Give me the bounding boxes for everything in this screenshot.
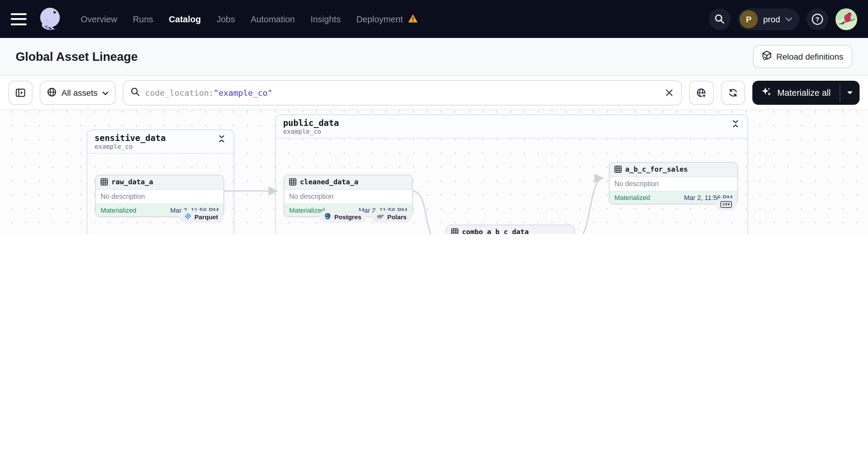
menu-icon[interactable] [11,13,27,25]
asset-name: cleaned_data_a [300,178,359,186]
dagster-app: Overview Runs Catalog Jobs Automation In… [0,0,868,234]
asset-filter-label: All assets [61,88,98,98]
tag-label: Polars [387,213,407,220]
parquet-icon [184,213,191,221]
kind-tag-parquet[interactable]: Parquet [180,211,223,223]
refresh-icon [728,88,738,98]
globe-add-icon [696,88,707,98]
asset-description: No description [284,190,412,204]
panel-toggle-button[interactable] [8,81,33,105]
reload-definitions-label: Reload definitions [776,52,843,61]
nav-item-jobs[interactable]: Jobs [217,14,235,24]
asset-node-combo-a-b-c-data[interactable]: combo_a_b_c_data No description Material… [446,225,575,234]
reload-cube-icon [762,51,771,63]
asset-filter-dropdown[interactable]: All assets [40,81,116,105]
table-icon [101,177,108,188]
svg-text:?: ? [815,15,819,23]
top-nav: Overview Runs Catalog Jobs Automation In… [0,0,868,38]
globe-icon [47,87,57,98]
chevron-down-icon [847,91,853,95]
postgres-icon [324,213,331,221]
chevron-down-icon [102,88,108,98]
dagster-logo-icon[interactable] [36,5,64,33]
warning-icon [408,13,418,24]
tag-label: Parquet [194,213,218,220]
reload-definitions-button[interactable]: Reload definitions [753,45,852,68]
nav-item-catalog[interactable]: Catalog [169,14,201,24]
asset-node-a-b-c-for-sales[interactable]: a_b_c_for_sales No description Materiali… [609,162,738,204]
nav-item-deployment[interactable]: Deployment [356,13,418,24]
asset-description: No description [96,190,223,204]
asset-name: raw_data_a [112,178,153,186]
search-icon[interactable] [709,8,731,30]
nav-item-overview[interactable]: Overview [81,14,117,24]
avatar[interactable] [835,8,857,30]
search-value: code_location:"example_co" [145,88,273,98]
materialize-all-label: Materialize all [777,88,831,98]
asset-description: No description [610,177,737,191]
asset-node-raw-data-a[interactable]: raw_data_a No description MaterializedMa… [95,175,224,217]
lineage-canvas[interactable]: sensitive_data example_co public_data ex… [0,110,868,234]
materialize-all-button[interactable]: Materialize all [753,81,840,105]
csv-icon: csv [721,201,732,208]
nav-item-runs[interactable]: Runs [133,14,153,24]
chevron-down-icon [785,14,792,24]
status-badge: Materialized [101,207,136,214]
materialize-split-button: Materialize all [753,81,860,105]
page-header: Global Asset Lineage Reload definitions [0,38,868,76]
status-badge: Materialized [614,194,650,201]
lineage-toolbar: All assets code_location:"example_co" [0,76,868,110]
kind-tag-csv[interactable]: csv [716,198,737,210]
nav-items: Overview Runs Catalog Jobs Automation In… [81,13,418,24]
panel-expand-icon [16,89,25,97]
asset-name: a_b_c_for_sales [625,166,688,174]
environment-initial: P [740,10,758,28]
environment-switcher[interactable]: P prod [738,8,799,30]
table-icon [451,227,458,234]
nav-item-insights[interactable]: Insights [311,14,341,24]
help-icon[interactable]: ? [807,8,828,30]
nav-right: P prod ? [709,8,857,30]
asset-name: combo_a_b_c_data [462,228,529,234]
refresh-button[interactable] [721,81,745,105]
nav-item-automation[interactable]: Automation [251,14,295,24]
clear-search-icon[interactable] [665,88,674,98]
globe-add-button[interactable] [689,81,714,105]
kind-tag-postgres[interactable]: Postgres [319,211,366,223]
tag-label: Postgres [334,213,362,220]
polars-icon [376,213,384,220]
environment-name: prod [763,14,780,24]
materialize-options-button[interactable] [840,81,860,105]
table-icon [289,177,297,188]
kind-tag-polars[interactable]: Polars [371,211,411,223]
asset-node-cleaned-data-a[interactable]: cleaned_data_a No description Materializ… [284,175,413,217]
search-icon [131,87,140,98]
page-title: Global Asset Lineage [16,50,137,64]
table-icon [614,164,622,175]
search-input[interactable]: code_location:"example_co" [123,80,682,105]
sparkles-icon [762,87,772,99]
